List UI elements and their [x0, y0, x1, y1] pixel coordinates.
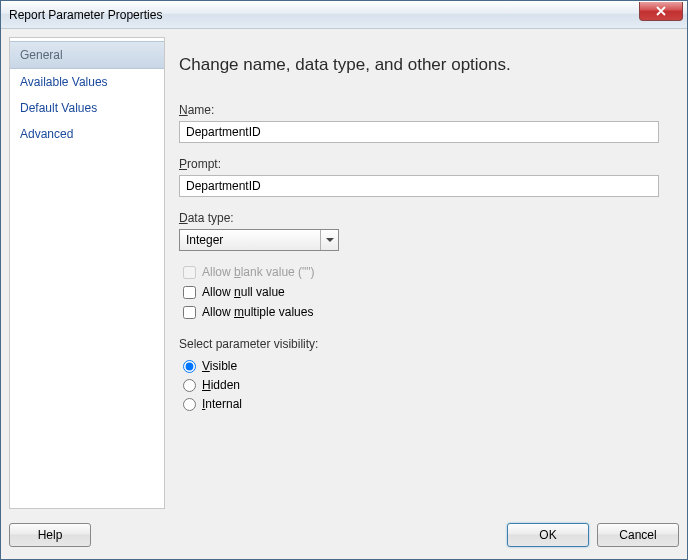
allow-blank-row: Allow blank value (""): [179, 265, 659, 279]
datatype-label: Data type:: [179, 211, 659, 225]
content-panel: Change name, data type, and other option…: [175, 37, 679, 509]
sidebar-item-available-values[interactable]: Available Values: [10, 69, 164, 95]
visibility-internal-radio[interactable]: [183, 398, 196, 411]
cancel-button[interactable]: Cancel: [597, 523, 679, 547]
name-input[interactable]: [179, 121, 659, 143]
main-area: General Available Values Default Values …: [9, 37, 679, 509]
name-label: Name:: [179, 103, 659, 117]
sidebar-item-general[interactable]: General: [10, 41, 164, 69]
visibility-internal-row: Internal: [179, 397, 659, 411]
allow-null-row: Allow null value: [179, 285, 659, 299]
datatype-select[interactable]: Integer: [179, 229, 339, 251]
prompt-input[interactable]: [179, 175, 659, 197]
sidebar-item-label: General: [20, 48, 63, 62]
allow-multiple-checkbox[interactable]: [183, 306, 196, 319]
allow-blank-checkbox: [183, 266, 196, 279]
visibility-hidden-label: Hidden: [202, 378, 240, 392]
prompt-label: Prompt:: [179, 157, 659, 171]
dialog-window: Report Parameter Properties General Avai…: [0, 0, 688, 560]
sidebar: General Available Values Default Values …: [9, 37, 165, 509]
allow-blank-label: Allow blank value (""): [202, 265, 315, 279]
titlebar-title: Report Parameter Properties: [9, 8, 162, 22]
footer-right: OK Cancel: [507, 523, 679, 547]
sidebar-item-label: Default Values: [20, 101, 97, 115]
sidebar-item-advanced[interactable]: Advanced: [10, 121, 164, 147]
footer: Help OK Cancel: [9, 519, 679, 551]
dialog-body: General Available Values Default Values …: [1, 29, 687, 559]
datatype-select-wrap: Integer: [179, 229, 339, 251]
visibility-internal-label: Internal: [202, 397, 242, 411]
sidebar-item-label: Available Values: [20, 75, 108, 89]
allow-null-checkbox[interactable]: [183, 286, 196, 299]
close-button[interactable]: [639, 2, 683, 21]
allow-null-label: Allow null value: [202, 285, 285, 299]
visibility-hidden-row: Hidden: [179, 378, 659, 392]
allow-multiple-label: Allow multiple values: [202, 305, 313, 319]
visibility-visible-row: Visible: [179, 359, 659, 373]
titlebar[interactable]: Report Parameter Properties: [1, 1, 687, 29]
page-title: Change name, data type, and other option…: [179, 55, 659, 75]
help-button[interactable]: Help: [9, 523, 91, 547]
allow-multiple-row: Allow multiple values: [179, 305, 659, 319]
visibility-visible-radio[interactable]: [183, 360, 196, 373]
sidebar-item-label: Advanced: [20, 127, 73, 141]
visibility-hidden-radio[interactable]: [183, 379, 196, 392]
sidebar-item-default-values[interactable]: Default Values: [10, 95, 164, 121]
visibility-visible-label: Visible: [202, 359, 237, 373]
ok-button[interactable]: OK: [507, 523, 589, 547]
visibility-section-label: Select parameter visibility:: [179, 337, 659, 351]
close-icon: [656, 6, 666, 16]
